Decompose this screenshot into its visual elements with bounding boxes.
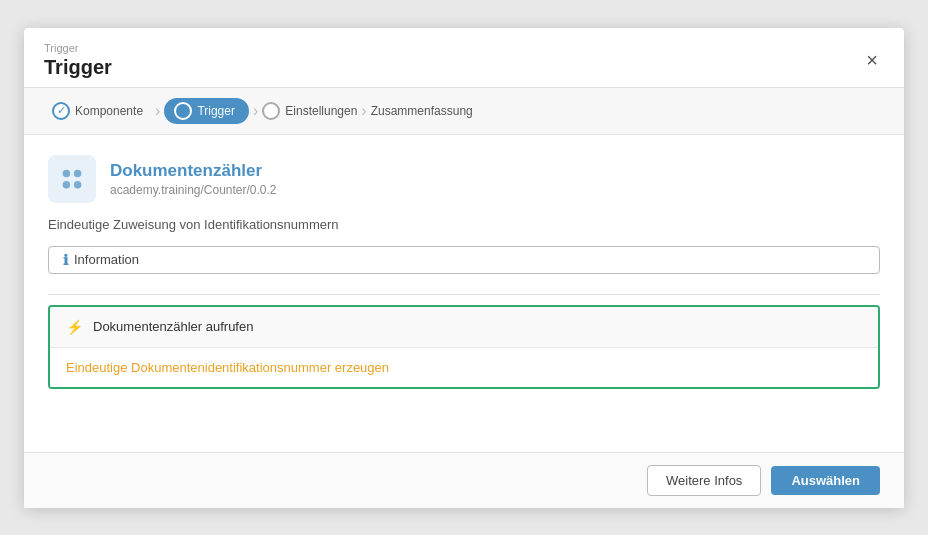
auswaehlen-button[interactable]: Auswählen	[771, 466, 880, 495]
option-label-2: Eindeutige Dokumentenidentifikationsnumm…	[66, 360, 389, 375]
close-button[interactable]: ×	[860, 48, 884, 72]
step-circle-trigger	[174, 102, 192, 120]
step-circle-einstellungen	[262, 102, 280, 120]
modal-body: Dokumentenzähler academy.training/Counte…	[24, 135, 904, 452]
component-info: Dokumentenzähler academy.training/Counte…	[110, 161, 277, 197]
step-zusammenfassung[interactable]: Zusammenfassung	[371, 104, 473, 118]
modal-header: Trigger Trigger ×	[24, 28, 904, 88]
step-label-einstellungen: Einstellungen	[285, 104, 357, 118]
step-arrow-2: ›	[253, 102, 258, 120]
component-description: Eindeutige Zuweisung von Identifikations…	[48, 217, 880, 232]
info-button-label: Information	[74, 252, 139, 267]
component-path: academy.training/Counter/0.0.2	[110, 183, 277, 197]
component-header: Dokumentenzähler academy.training/Counte…	[48, 155, 880, 203]
step-einstellungen[interactable]: Einstellungen	[262, 102, 357, 120]
svg-point-1	[74, 169, 82, 177]
modal-footer: Weitere Infos Auswählen	[24, 452, 904, 508]
svg-point-3	[74, 180, 82, 188]
component-icon	[48, 155, 96, 203]
modal: Trigger Trigger × ✓ Komponente › Trigger…	[24, 28, 904, 508]
modal-backdrop: Trigger Trigger × ✓ Komponente › Trigger…	[0, 0, 928, 535]
counter-icon	[57, 164, 87, 194]
option-item-2[interactable]: Eindeutige Dokumentenidentifikationsnumm…	[50, 348, 878, 387]
step-trigger[interactable]: Trigger	[164, 98, 249, 124]
modal-supertitle: Trigger	[44, 42, 112, 54]
component-name: Dokumentenzähler	[110, 161, 277, 181]
step-arrow-3: ›	[361, 102, 366, 120]
step-label-zusammenfassung: Zusammenfassung	[371, 104, 473, 118]
info-icon: ℹ	[63, 252, 68, 268]
weitere-infos-button[interactable]: Weitere Infos	[647, 465, 761, 496]
step-komponente[interactable]: ✓ Komponente	[44, 98, 151, 124]
step-label-komponente: Komponente	[75, 104, 143, 118]
svg-point-2	[63, 180, 71, 188]
spacer	[48, 295, 880, 305]
info-button[interactable]: ℹ Information	[48, 246, 880, 274]
modal-title: Trigger	[44, 56, 112, 79]
options-container: ⚡ Dokumentenzähler aufrufen Eindeutige D…	[48, 305, 880, 389]
step-label-trigger: Trigger	[197, 104, 235, 118]
lightning-icon: ⚡	[66, 319, 83, 335]
option-item-1[interactable]: ⚡ Dokumentenzähler aufrufen	[50, 307, 878, 348]
step-check-icon: ✓	[52, 102, 70, 120]
step-arrow-1: ›	[155, 102, 160, 120]
modal-title-block: Trigger Trigger	[44, 42, 112, 79]
option-label-1: Dokumentenzähler aufrufen	[93, 319, 253, 334]
svg-point-0	[63, 169, 71, 177]
stepper: ✓ Komponente › Trigger › Einstellungen ›…	[24, 88, 904, 135]
